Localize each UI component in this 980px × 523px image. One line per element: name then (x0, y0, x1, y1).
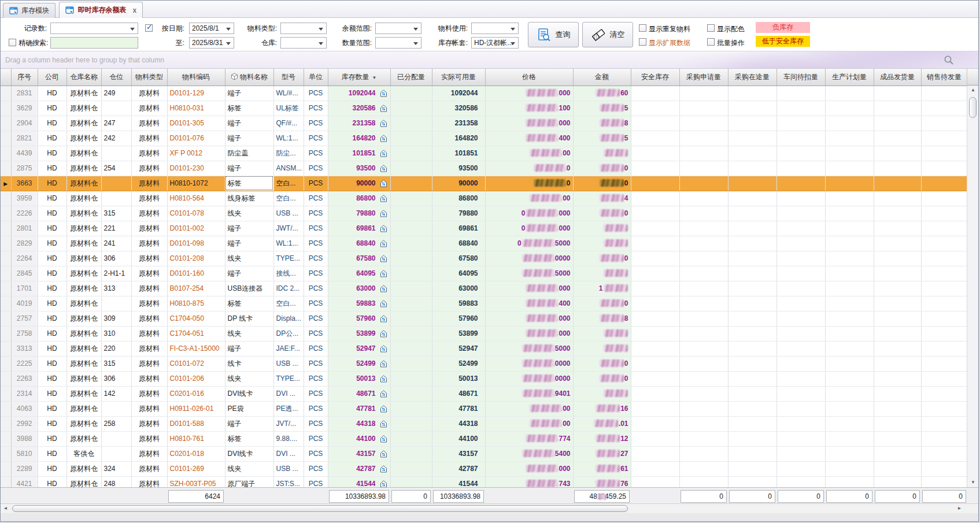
warehouse-combo[interactable] (280, 37, 327, 49)
stock-detail-icon[interactable] (379, 254, 388, 263)
cell-serial[interactable]: 2829 (11, 236, 38, 251)
cell-company[interactable]: HD (38, 161, 66, 176)
cell-stock-qty[interactable]: 44100 (328, 431, 390, 446)
cell-price[interactable]: 0000 (485, 371, 573, 386)
cell-price[interactable]: 000 (485, 281, 573, 296)
cell-serial[interactable]: 2904 (11, 116, 38, 131)
cell-allocated[interactable] (390, 386, 432, 401)
cell-price[interactable]: 100 (485, 101, 573, 116)
cell-model[interactable]: JWT/... (273, 221, 304, 236)
cell-material-code[interactable]: C0101-072 (167, 356, 225, 371)
cell-wip-deduct[interactable] (776, 476, 825, 487)
cell-unit[interactable]: PCS (304, 431, 328, 446)
cell-material-type[interactable]: 原材料 (131, 326, 167, 341)
cell-bin[interactable]: 241 (101, 236, 131, 251)
cell-stock-qty[interactable]: 63000 (328, 281, 390, 296)
cell-material-type[interactable]: 原材料 (131, 206, 167, 221)
cell-material-code[interactable]: H0911-026-01 (167, 401, 225, 416)
cell-material-code[interactable]: H0810-031 (167, 101, 225, 116)
cell-model[interactable]: JVT/... (273, 416, 304, 431)
cell-fg-ship[interactable] (874, 416, 921, 431)
cell-allocated[interactable] (390, 176, 432, 191)
cell-material-code[interactable]: XF P 0012 (167, 146, 225, 161)
cell-bin[interactable]: 315 (101, 206, 131, 221)
cell-wip-deduct[interactable] (776, 416, 825, 431)
cell-company[interactable]: HD (38, 236, 66, 251)
cell-fg-ship[interactable] (874, 146, 921, 161)
col-header-unit[interactable]: 单位 (304, 69, 328, 86)
cell-model[interactable]: JAE:F... (273, 341, 304, 356)
cell-material-type[interactable]: 原材料 (131, 176, 167, 191)
cell-safety-stock[interactable] (631, 161, 679, 176)
col-header-prod_plan[interactable]: 生产计划量 (825, 69, 874, 86)
cell-unit[interactable]: PCS (304, 476, 328, 487)
cell-bin[interactable]: 313 (101, 281, 131, 296)
cell-prod-plan[interactable] (825, 461, 874, 476)
cell-bin[interactable]: 310 (101, 326, 131, 341)
cell-material-name[interactable]: DP 线卡 (225, 311, 273, 326)
cell-material-type[interactable]: 原材料 (131, 161, 167, 176)
cell-allocated[interactable] (390, 146, 432, 161)
cell-material-code[interactable]: C0101-078 (167, 206, 225, 221)
cell-amount[interactable]: 0 (573, 206, 631, 221)
cell-serial[interactable]: 2801 (11, 221, 38, 236)
cell-company[interactable]: HD (38, 116, 66, 131)
cell-price[interactable]: 0000 (485, 356, 573, 371)
cell-po-transit[interactable] (728, 251, 776, 266)
cell-stock-qty[interactable]: 44318 (328, 416, 390, 431)
cell-stock-qty[interactable]: 164820 (328, 131, 390, 146)
cell-stock-qty[interactable]: 69861 (328, 221, 390, 236)
cell-warehouse[interactable]: 原材料仓 (66, 266, 101, 281)
cell-warehouse[interactable]: 原材料仓 (66, 371, 101, 386)
cell-sales-pending[interactable] (921, 221, 967, 236)
cell-wip-deduct[interactable] (776, 191, 825, 206)
cell-stock-qty[interactable]: 48671 (328, 386, 390, 401)
cell-amount[interactable] (573, 266, 631, 281)
vertical-scrollbar[interactable]: ▲ ▼ (967, 86, 978, 487)
cell-price[interactable]: 400 (485, 131, 573, 146)
cell-amount[interactable] (573, 236, 631, 251)
cell-warehouse[interactable]: 原材料仓 (66, 116, 101, 131)
cell-amount[interactable]: .01 (573, 416, 631, 431)
cell-available[interactable]: 101851 (432, 146, 485, 161)
cell-wip-deduct[interactable] (776, 311, 825, 326)
horizontal-scrollbar[interactable]: ◄ ► (1, 503, 978, 513)
cell-price[interactable]: 774 (485, 431, 573, 446)
cell-fg-ship[interactable] (874, 326, 921, 341)
cell-material-name[interactable]: 线夹 (225, 326, 273, 341)
cell-bin[interactable] (101, 101, 131, 116)
cell-amount[interactable]: 0 (573, 176, 631, 191)
cell-fg-ship[interactable] (874, 401, 921, 416)
cell-price[interactable]: 0000 (485, 206, 573, 221)
cell-material-code[interactable]: D0101-076 (167, 131, 225, 146)
cell-amount[interactable] (573, 341, 631, 356)
cell-material-type[interactable]: 原材料 (131, 131, 167, 146)
cell-company[interactable]: HD (38, 146, 66, 161)
cell-safety-stock[interactable] (631, 476, 679, 487)
cell-safety-stock[interactable] (631, 356, 679, 371)
cell-safety-stock[interactable] (631, 386, 679, 401)
cell-material-type[interactable]: 原材料 (131, 431, 167, 446)
cell-price[interactable]: 743 (485, 476, 573, 487)
col-header-available[interactable]: 实际可用量 (432, 69, 485, 86)
cell-bin[interactable] (101, 401, 131, 416)
cell-available[interactable]: 52947 (432, 341, 485, 356)
cell-unit[interactable]: PCS (304, 176, 328, 191)
cell-unit[interactable]: PCS (304, 311, 328, 326)
cell-serial[interactable]: 2314 (11, 386, 38, 401)
cell-po-transit[interactable] (728, 116, 776, 131)
cell-material-code[interactable]: H0810-564 (167, 191, 225, 206)
cell-serial[interactable]: 2263 (11, 371, 38, 386)
cell-warehouse[interactable]: 原材料仓 (66, 101, 101, 116)
cell-available[interactable]: 47781 (432, 401, 485, 416)
cell-model[interactable]: PE透... (273, 401, 304, 416)
cell-safety-stock[interactable] (631, 191, 679, 206)
col-header-xh[interactable]: 序号 (11, 69, 38, 86)
cell-prod-plan[interactable] (825, 386, 874, 401)
cell-material-type[interactable]: 原材料 (131, 236, 167, 251)
exact-search-checkbox[interactable] (9, 39, 16, 46)
cell-prod-plan[interactable] (825, 131, 874, 146)
cell-sales-pending[interactable] (921, 356, 967, 371)
cell-serial[interactable]: 2845 (11, 266, 38, 281)
cell-sales-pending[interactable] (921, 446, 967, 461)
